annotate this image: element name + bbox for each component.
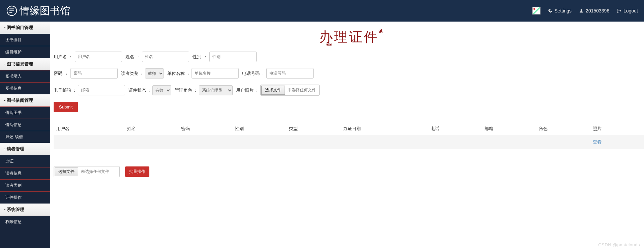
submit-button[interactable]: Submit bbox=[54, 102, 78, 112]
email-input[interactable] bbox=[78, 85, 125, 95]
menu-header-bookinfo[interactable]: 图书信息管理 bbox=[0, 58, 50, 70]
th-role: 角色 bbox=[536, 122, 590, 135]
settings-label: Settings bbox=[555, 8, 572, 13]
th-type: 类型 bbox=[286, 122, 340, 135]
th-photo: 照片 bbox=[590, 122, 644, 135]
menu-header-system[interactable]: 系统管理 bbox=[0, 204, 50, 216]
menu-header-borrow[interactable]: 图书借阅管理 bbox=[0, 94, 50, 106]
user-link[interactable]: 201503396 bbox=[579, 8, 609, 13]
sidebar-item-return[interactable]: 归还-续借 bbox=[0, 131, 50, 143]
th-date: 办证日期 bbox=[341, 122, 428, 135]
user-icon bbox=[579, 8, 584, 13]
book-icon bbox=[6, 5, 18, 17]
results-table: 用户名 姓名 密码 性别 类型 办证日期 电话 邮箱 角色 照片 查看 bbox=[54, 122, 644, 149]
page-title-text: 办理证件 bbox=[319, 29, 379, 44]
label-username: 用户名 bbox=[54, 54, 67, 60]
password-input[interactable] bbox=[70, 68, 118, 79]
logo: 情缘图书馆 bbox=[6, 4, 70, 18]
top-header: 情缘图书馆 Settings 201503396 Logout bbox=[0, 0, 644, 22]
main-content: 办理证件 用户名: 姓名: 性别: 密码: 读者类别: 教师 bbox=[50, 22, 644, 248]
photo-file-wrap: 选择文件 未选择任何文件 bbox=[260, 85, 320, 96]
menu-header-reader[interactable]: 读者管理 bbox=[0, 143, 50, 155]
phone-input[interactable] bbox=[266, 68, 314, 79]
name-input[interactable] bbox=[142, 52, 189, 62]
sidebar-item-catalog-maint[interactable]: 编目维护 bbox=[0, 46, 50, 58]
svg-point-1 bbox=[581, 9, 582, 11]
label-certstatus: 证件状态 bbox=[128, 87, 146, 93]
logo-text: 情缘图书馆 bbox=[20, 4, 70, 18]
certstatus-select[interactable]: 有效 bbox=[152, 85, 171, 95]
logout-label: Logout bbox=[623, 8, 638, 13]
th-password: 密码 bbox=[178, 122, 232, 135]
photo-file-text: 未选择任何文件 bbox=[285, 87, 319, 93]
th-email: 邮箱 bbox=[482, 122, 536, 135]
watermark: CSDN @pastclouds bbox=[598, 242, 640, 247]
gear-icon bbox=[548, 8, 553, 13]
sidebar-item-card-ops[interactable]: 证件操作 bbox=[0, 191, 50, 204]
role-select[interactable]: 系统管理员 bbox=[199, 85, 233, 95]
label-password: 密码 bbox=[54, 70, 62, 76]
th-username: 用户名 bbox=[54, 122, 124, 135]
sidebar-item-book-entry[interactable]: 图书录入 bbox=[0, 70, 50, 82]
sidebar-item-reader-info[interactable]: 读者信息 bbox=[0, 167, 50, 179]
header-right: Settings 201503396 Logout bbox=[532, 7, 638, 14]
th-phone: 电话 bbox=[428, 122, 482, 135]
sidebar-item-reader-type[interactable]: 读者类别 bbox=[0, 179, 50, 191]
th-gender: 性别 bbox=[232, 122, 286, 135]
username-input[interactable] bbox=[75, 52, 122, 62]
page-title: 办理证件 bbox=[54, 28, 644, 46]
menu-header-catalog[interactable]: 图书编目管理 bbox=[0, 22, 50, 34]
logout-icon bbox=[617, 8, 621, 13]
sidebar-item-borrow[interactable]: 借阅图书 bbox=[0, 106, 50, 119]
sidebar-item-catalog[interactable]: 图书编目 bbox=[0, 34, 50, 46]
label-photo: 用户照片 bbox=[236, 87, 254, 93]
label-gender: 性别 bbox=[193, 54, 201, 60]
readertype-select[interactable]: 教师 bbox=[145, 68, 164, 79]
batch-button[interactable]: 批量操作 bbox=[125, 166, 149, 177]
gender-input[interactable] bbox=[209, 52, 257, 62]
batch-file-text: 未选择任何文件 bbox=[78, 169, 119, 175]
label-email: 电子邮箱 bbox=[54, 87, 71, 93]
sidebar-item-borrow-info[interactable]: 借阅信息 bbox=[0, 119, 50, 131]
batch-file-button[interactable]: 选择文件 bbox=[55, 167, 78, 176]
user-id: 201503396 bbox=[586, 8, 609, 13]
batch-file-wrap: 选择文件 未选择任何文件 bbox=[54, 166, 120, 177]
table-row: 查看 bbox=[54, 135, 644, 149]
label-readertype: 读者类别 bbox=[121, 70, 139, 76]
label-phone: 电话号码 bbox=[242, 70, 260, 76]
sidebar-item-book-info[interactable]: 图书信息 bbox=[0, 82, 50, 94]
th-name: 姓名 bbox=[124, 122, 178, 135]
photo-file-button[interactable]: 选择文件 bbox=[261, 86, 285, 95]
org-input[interactable] bbox=[192, 68, 239, 79]
label-org: 单位名称 bbox=[167, 70, 185, 76]
sidebar-item-card[interactable]: 办证 bbox=[0, 155, 50, 167]
label-name: 姓名 bbox=[125, 54, 134, 60]
sidebar: 图书编目管理 图书编目 编目维护 图书信息管理 图书录入 图书信息 图书借阅管理… bbox=[0, 22, 50, 248]
settings-link[interactable]: Settings bbox=[548, 8, 572, 13]
label-role: 管理角色 bbox=[175, 87, 192, 93]
logout-link[interactable]: Logout bbox=[617, 8, 638, 13]
broken-image-icon bbox=[532, 7, 540, 14]
sidebar-item-permission[interactable]: 权限信息 bbox=[0, 216, 50, 228]
view-link[interactable]: 查看 bbox=[593, 140, 602, 145]
